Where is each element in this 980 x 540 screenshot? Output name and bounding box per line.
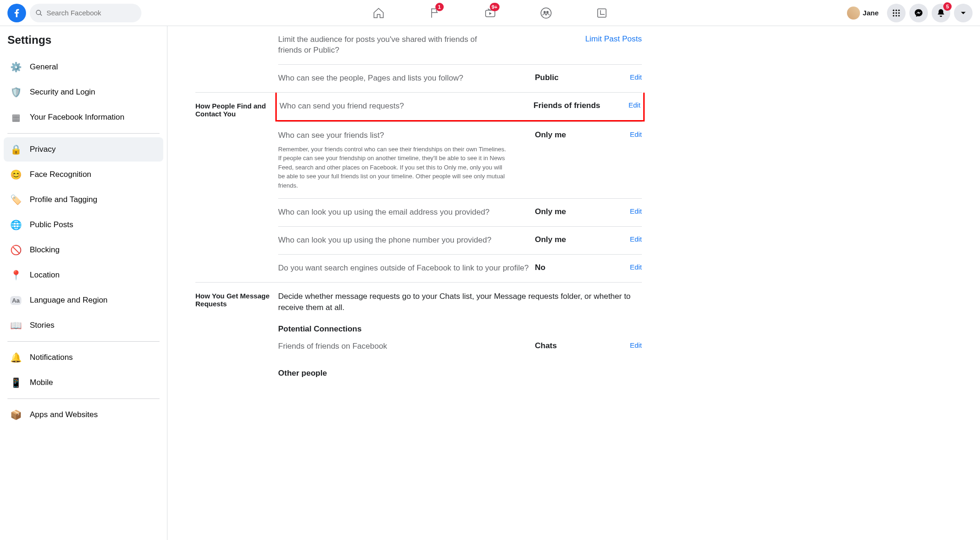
sidebar-item-label: Language and Region xyxy=(30,296,107,305)
sidebar-item-location[interactable]: 📍 Location xyxy=(4,263,163,287)
sidebar-item-language[interactable]: Aa Language and Region xyxy=(4,288,163,312)
sidebar-item-label: Privacy xyxy=(30,145,56,154)
watch-badge: 9+ xyxy=(490,3,500,11)
sidebar-item-label: Security and Login xyxy=(30,88,95,97)
divider xyxy=(7,398,160,399)
row-label: Who can send you friend requests? xyxy=(280,101,529,112)
sidebar-item-label: Public Posts xyxy=(30,220,73,230)
svg-point-12 xyxy=(895,15,897,16)
sidebar-item-label: Location xyxy=(30,270,60,280)
sidebar-item-your-info[interactable]: ▦ Your Facebook Information xyxy=(4,105,163,129)
setting-row-limit-past: Limit the audience for posts you've shar… xyxy=(278,26,642,64)
top-bar: 1 9+ Jane 5 xyxy=(0,0,980,26)
row-label: Friends of friends on Facebook xyxy=(278,341,530,352)
setting-row-fof-messages: Friends of friends on Facebook Chats Edi… xyxy=(278,338,642,360)
section-description: Decide whether message requests go to yo… xyxy=(278,283,642,316)
svg-point-13 xyxy=(898,15,900,16)
sidebar-item-label: Face Recognition xyxy=(30,170,91,179)
setting-row-follow: Who can see the people, Pages and lists … xyxy=(278,64,642,92)
svg-point-3 xyxy=(546,11,548,13)
search-box[interactable] xyxy=(30,4,141,22)
sidebar-item-public-posts[interactable]: 🌐 Public Posts xyxy=(4,213,163,237)
svg-point-10 xyxy=(898,12,900,14)
row-label: Who can look you up using the phone numb… xyxy=(278,235,530,246)
svg-point-9 xyxy=(895,12,897,14)
messenger-button[interactable] xyxy=(909,4,928,22)
gear-icon: ⚙️ xyxy=(7,59,24,75)
row-value: Only me xyxy=(530,235,614,244)
divider xyxy=(7,133,160,134)
row-value: No xyxy=(530,263,614,272)
edit-link[interactable]: Edit xyxy=(630,263,642,271)
row-label: Who can look you up using the email addr… xyxy=(278,207,530,218)
edit-link[interactable]: Edit xyxy=(628,101,640,109)
notifications-button[interactable]: 5 xyxy=(932,4,950,22)
sidebar-item-profile-tagging[interactable]: 🏷️ Profile and Tagging xyxy=(4,188,163,212)
edit-link[interactable]: Edit xyxy=(630,130,642,138)
row-label: Who can see your friends list? Remember,… xyxy=(278,130,530,190)
svg-point-1 xyxy=(541,8,551,18)
row-value: Friends of friends xyxy=(529,101,613,110)
nav-gaming[interactable] xyxy=(576,0,628,26)
pin-icon: 📍 xyxy=(7,267,24,284)
sidebar-item-security[interactable]: 🛡️ Security and Login xyxy=(4,80,163,104)
row-action: Limit Past Posts xyxy=(577,34,642,44)
svg-point-5 xyxy=(893,9,894,11)
section-activity: Limit the audience for posts you've shar… xyxy=(195,26,642,93)
row-action: Edit xyxy=(613,101,640,109)
section-message-requests: How You Get Message Requests Decide whet… xyxy=(195,283,642,382)
notifications-badge: 5 xyxy=(943,2,952,11)
sidebar-item-label: Mobile xyxy=(30,378,53,387)
facebook-logo[interactable] xyxy=(7,4,26,22)
row-label: Do you want search engines outside of Fa… xyxy=(278,263,530,274)
edit-link[interactable]: Edit xyxy=(630,235,642,243)
section-header xyxy=(195,26,278,92)
nav-right: Jane 5 xyxy=(842,4,973,22)
subsection-title: Potential Connections xyxy=(278,316,642,338)
language-icon: Aa xyxy=(7,292,24,309)
gaming-icon xyxy=(595,7,608,20)
nav-pages[interactable]: 1 xyxy=(408,0,460,26)
sidebar-item-label: Apps and Websites xyxy=(30,410,98,419)
section-header: How People Find and Contact You xyxy=(195,93,278,282)
nav-groups[interactable] xyxy=(520,0,572,26)
groups-icon xyxy=(540,7,553,20)
edit-link[interactable]: Edit xyxy=(630,73,642,81)
profile-chip[interactable]: Jane xyxy=(842,5,883,21)
row-label: Who can see the people, Pages and lists … xyxy=(278,73,530,84)
sidebar-item-privacy[interactable]: 🔒 Privacy xyxy=(4,137,163,162)
row-description: Remember, your friends control who can s… xyxy=(278,145,511,190)
search-icon xyxy=(35,9,43,17)
edit-link[interactable]: Edit xyxy=(630,207,642,215)
grid-icon xyxy=(892,8,901,18)
svg-point-2 xyxy=(543,11,546,13)
pages-badge: 1 xyxy=(435,3,444,11)
sidebar-item-apps[interactable]: 📦 Apps and Websites xyxy=(4,403,163,427)
svg-rect-4 xyxy=(598,9,606,17)
messenger-icon xyxy=(914,8,923,18)
nav-watch[interactable]: 9+ xyxy=(464,0,516,26)
sidebar-item-mobile[interactable]: 📱 Mobile xyxy=(4,371,163,395)
limit-past-posts-link[interactable]: Limit Past Posts xyxy=(585,34,642,43)
sidebar-item-label: General xyxy=(30,62,58,72)
sidebar-item-general[interactable]: ⚙️ General xyxy=(4,55,163,79)
sidebar-item-blocking[interactable]: 🚫 Blocking xyxy=(4,238,163,262)
sidebar-item-stories[interactable]: 📖 Stories xyxy=(4,313,163,338)
sidebar-item-label: Your Facebook Information xyxy=(30,113,125,122)
sidebar-item-face-recognition[interactable]: 😊 Face Recognition xyxy=(4,162,163,187)
menu-button[interactable] xyxy=(887,4,906,22)
row-action: Edit xyxy=(614,73,642,81)
svg-point-8 xyxy=(893,12,894,14)
sidebar-item-notifications[interactable]: 🔔 Notifications xyxy=(4,345,163,370)
tag-icon: 🏷️ xyxy=(7,191,24,208)
section-header: How You Get Message Requests xyxy=(195,283,278,382)
account-dropdown-button[interactable] xyxy=(954,4,973,22)
search-input[interactable] xyxy=(47,9,136,17)
setting-row-search-engines: Do you want search engines outside of Fa… xyxy=(278,254,642,282)
edit-link[interactable]: Edit xyxy=(630,341,642,349)
section-find-contact: How People Find and Contact You Who can … xyxy=(195,93,642,283)
nav-center: 1 9+ xyxy=(353,0,628,26)
shield-icon: 🛡️ xyxy=(7,84,24,101)
nav-home[interactable] xyxy=(353,0,405,26)
setting-row-lookup-phone: Who can look you up using the phone numb… xyxy=(278,226,642,254)
